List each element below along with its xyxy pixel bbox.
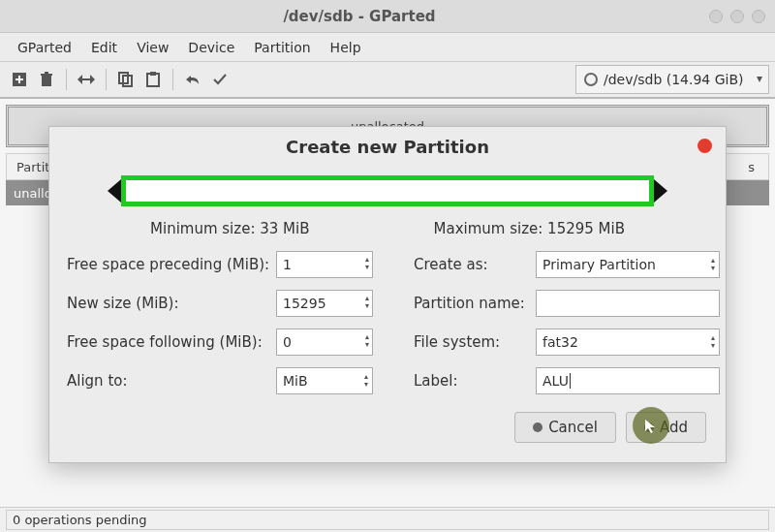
apply-button[interactable] [206, 66, 233, 93]
slider-track[interactable] [121, 175, 654, 206]
undo-button[interactable] [179, 66, 206, 93]
size-limits: Minimum size: 33 MiB Maximum size: 15295… [49, 220, 726, 237]
toolbar: /dev/sdb (14.94 GiB) [0, 62, 775, 99]
create-as-value: Primary Partition [542, 257, 656, 272]
add-icon [644, 422, 654, 432]
new-size-input[interactable]: 15295 [276, 290, 373, 317]
device-selector-label: /dev/sdb (14.94 GiB) [604, 72, 744, 87]
copy-icon [118, 72, 134, 87]
copy-button[interactable] [112, 66, 140, 93]
file-system-value: fat32 [542, 334, 578, 350]
menu-partition[interactable]: Partition [244, 40, 320, 55]
cancel-button-label: Cancel [548, 419, 598, 436]
disk-icon [584, 73, 598, 86]
add-button[interactable]: Add [626, 412, 706, 443]
undo-icon [185, 74, 201, 85]
slider-handle-right[interactable] [654, 179, 667, 203]
trash-icon [40, 72, 53, 87]
label-create-as: Create as: [414, 256, 530, 273]
dialog-header: Create new Partition [49, 127, 726, 166]
max-size-label: Maximum size: 15295 MiB [434, 220, 625, 237]
label-value: ALU [542, 373, 569, 389]
cancel-button[interactable]: Cancel [514, 412, 616, 443]
free-preceding-input[interactable]: 1 [276, 251, 373, 278]
svg-marker-8 [90, 75, 95, 84]
label-new-size: New size (MiB): [67, 295, 270, 312]
new-partition-button[interactable] [6, 66, 33, 93]
label-free-following: Free space following (MiB): [67, 333, 270, 351]
new-icon [12, 72, 27, 87]
paste-icon [146, 72, 160, 87]
svg-rect-7 [82, 78, 90, 80]
align-to-value: MiB [283, 373, 308, 389]
window-title: /dev/sdb - GParted [10, 8, 709, 25]
free-following-input[interactable]: 0 [276, 329, 373, 356]
label-free-preceding: Free space preceding (MiB): [67, 256, 270, 273]
check-icon [212, 73, 228, 86]
delete-partition-button[interactable] [33, 66, 60, 93]
svg-rect-2 [16, 78, 23, 80]
cancel-icon [533, 422, 542, 432]
status-bar: 0 operations pending [0, 507, 775, 532]
svg-rect-12 [150, 72, 156, 76]
toolbar-separator [106, 69, 107, 90]
svg-rect-5 [45, 72, 48, 74]
partition-resize-slider[interactable] [108, 172, 667, 210]
toolbar-separator [66, 69, 67, 90]
label-input[interactable]: ALU [536, 367, 720, 394]
label-file-system: File system: [414, 333, 530, 351]
window-minimize-button[interactable] [709, 10, 723, 23]
svg-rect-3 [42, 76, 51, 86]
dialog-close-button[interactable] [698, 139, 712, 153]
menu-help[interactable]: Help [321, 40, 371, 55]
window-close-button[interactable] [752, 10, 765, 23]
window-maximize-button[interactable] [730, 10, 744, 23]
create-as-select[interactable]: Primary Partition [536, 251, 720, 278]
free-preceding-value: 1 [283, 257, 292, 272]
window-titlebar: /dev/sdb - GParted [0, 0, 775, 33]
col-flags-trailing[interactable]: s [738, 160, 768, 174]
min-size-label: Minimum size: 33 MiB [150, 220, 309, 237]
menu-view[interactable]: View [127, 40, 178, 55]
file-system-select[interactable]: fat32 [536, 329, 720, 356]
svg-rect-4 [41, 74, 52, 76]
menu-edit[interactable]: Edit [81, 40, 127, 55]
toolbar-separator [172, 69, 173, 90]
add-button-label: Add [660, 419, 688, 436]
status-text: 0 operations pending [6, 510, 769, 530]
label-align-to: Align to: [67, 372, 270, 390]
partition-name-input[interactable] [536, 290, 720, 317]
menu-device[interactable]: Device [178, 40, 244, 55]
dialog-title: Create new Partition [286, 137, 489, 157]
align-to-select[interactable]: MiB [276, 367, 373, 394]
resize-move-button[interactable] [73, 66, 100, 93]
label-label: Label: [414, 372, 530, 390]
resize-icon [78, 74, 95, 85]
paste-button[interactable] [140, 66, 167, 93]
menubar: GParted Edit View Device Partition Help [0, 33, 775, 62]
label-partition-name: Partition name: [414, 295, 530, 312]
create-partition-dialog: Create new Partition Minimum size: 33 Mi… [48, 126, 727, 463]
free-following-value: 0 [283, 334, 292, 350]
menu-gparted[interactable]: GParted [8, 40, 81, 55]
svg-marker-6 [78, 75, 82, 84]
new-size-value: 15295 [283, 296, 326, 311]
slider-handle-left[interactable] [108, 179, 121, 203]
device-selector[interactable]: /dev/sdb (14.94 GiB) [575, 65, 769, 94]
